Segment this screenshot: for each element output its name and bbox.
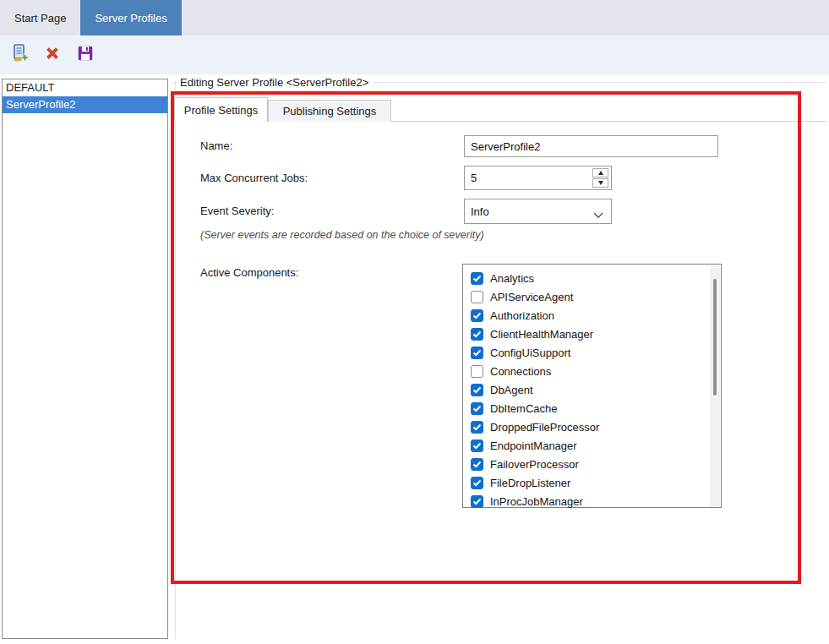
checkbox-icon[interactable] bbox=[471, 272, 483, 285]
profile-list-item-default[interactable]: DEFAULT bbox=[3, 79, 167, 96]
tab-label: Server Profiles bbox=[95, 12, 166, 25]
component-row[interactable]: ConfigUiSupport bbox=[463, 343, 721, 362]
component-row[interactable]: FailoverProcessor bbox=[463, 455, 721, 473]
checkbox-icon[interactable] bbox=[471, 347, 483, 359]
chevron-down-icon bbox=[593, 209, 603, 221]
scrollbar-thumb[interactable] bbox=[713, 279, 717, 396]
server-profile-list: DEFAULT ServerProfile2 bbox=[2, 79, 168, 639]
save-profile-button[interactable] bbox=[74, 44, 96, 66]
component-row[interactable]: DbItemCache bbox=[463, 399, 721, 418]
tab-server-profiles[interactable]: Server Profiles bbox=[80, 0, 181, 35]
add-server-profile-button[interactable] bbox=[8, 44, 30, 66]
component-row[interactable]: EndpointManager bbox=[463, 436, 721, 455]
toolbar bbox=[0, 35, 829, 74]
stepper-value: 5 bbox=[471, 166, 477, 189]
component-label: ClientHealthManager bbox=[490, 328, 593, 341]
scrollbar-track[interactable] bbox=[710, 265, 720, 506]
groupbox-title: Editing Server Profile <ServerProfile2> bbox=[177, 76, 374, 89]
tab-profile-settings[interactable]: Profile Settings bbox=[174, 97, 268, 122]
component-row[interactable]: DroppedFileProcessor bbox=[463, 418, 721, 436]
component-label: DbItemCache bbox=[490, 402, 557, 415]
server-add-icon bbox=[9, 43, 30, 67]
checkbox-icon[interactable] bbox=[471, 458, 483, 471]
dropdown-selected-value: Info bbox=[471, 205, 489, 218]
checkbox-icon[interactable] bbox=[471, 309, 483, 322]
stepper-down-button[interactable] bbox=[592, 178, 608, 188]
component-label: Connections bbox=[490, 365, 551, 378]
component-label: Authorization bbox=[490, 309, 554, 322]
checkbox-icon[interactable] bbox=[471, 439, 483, 452]
component-row[interactable]: Authorization bbox=[463, 306, 721, 325]
tab-start-page[interactable]: Start Page bbox=[0, 0, 80, 35]
name-label: Name: bbox=[200, 139, 232, 152]
max-concurrent-jobs-label: Max Concurrent Jobs: bbox=[200, 172, 308, 184]
active-components-list: Analytics APIServiceAgent Authorization … bbox=[462, 264, 722, 508]
tab-label: Profile Settings bbox=[184, 104, 258, 117]
window-tab-strip: Start Page Server Profiles bbox=[0, 0, 829, 35]
component-label: EndpointManager bbox=[490, 439, 577, 452]
app-window: Start Page Server Profiles bbox=[0, 0, 829, 644]
component-label: APIServiceAgent bbox=[490, 291, 573, 303]
checkbox-icon[interactable] bbox=[471, 328, 483, 341]
component-row[interactable]: Analytics bbox=[463, 269, 721, 287]
event-severity-dropdown[interactable]: Info bbox=[464, 199, 612, 224]
component-label: ConfigUiSupport bbox=[490, 347, 570, 359]
event-severity-label: Event Severity: bbox=[200, 205, 274, 217]
up-arrow-icon bbox=[598, 171, 603, 175]
delete-profile-button[interactable] bbox=[41, 44, 63, 66]
checkbox-icon[interactable] bbox=[471, 495, 483, 508]
groupbox-header: Editing Server Profile <ServerProfile2> bbox=[172, 76, 826, 89]
component-row[interactable]: DbAgent bbox=[463, 380, 721, 399]
component-label: InProcJobManager bbox=[490, 495, 583, 508]
component-row[interactable]: Connections bbox=[463, 362, 721, 380]
stepper-up-button[interactable] bbox=[592, 168, 608, 177]
tab-publishing-settings[interactable]: Publishing Settings bbox=[268, 100, 391, 122]
name-field[interactable] bbox=[464, 135, 718, 157]
down-arrow-icon bbox=[598, 181, 603, 185]
checkbox-icon[interactable] bbox=[471, 402, 483, 415]
checkbox-icon[interactable] bbox=[471, 365, 483, 378]
severity-note: (Server events are recorded based on the… bbox=[200, 229, 484, 241]
component-row[interactable]: APIServiceAgent bbox=[463, 287, 721, 306]
component-label: FailoverProcessor bbox=[490, 458, 579, 471]
component-row[interactable]: ClientHealthManager bbox=[463, 325, 721, 343]
save-disk-icon bbox=[76, 44, 95, 66]
checkbox-icon[interactable] bbox=[471, 477, 483, 489]
component-label: DbAgent bbox=[490, 384, 533, 396]
active-components-label: Active Components: bbox=[200, 266, 298, 279]
component-row[interactable]: FileDropListener bbox=[463, 473, 721, 492]
max-concurrent-jobs-stepper[interactable]: 5 bbox=[464, 166, 612, 190]
component-row[interactable]: InProcJobManager bbox=[463, 492, 721, 510]
profile-list-item-serverprofile2[interactable]: ServerProfile2 bbox=[3, 96, 167, 113]
component-label: FileDropListener bbox=[490, 477, 570, 489]
checkbox-icon[interactable] bbox=[471, 384, 483, 396]
component-label: DroppedFileProcessor bbox=[490, 421, 599, 434]
groupbox-left-border bbox=[175, 82, 176, 639]
delete-x-icon bbox=[43, 44, 62, 66]
tab-label: Publishing Settings bbox=[283, 105, 377, 117]
checkbox-icon[interactable] bbox=[471, 291, 483, 303]
checkbox-icon[interactable] bbox=[471, 421, 483, 434]
component-label: Analytics bbox=[490, 272, 534, 285]
tab-label: Start Page bbox=[14, 12, 66, 25]
